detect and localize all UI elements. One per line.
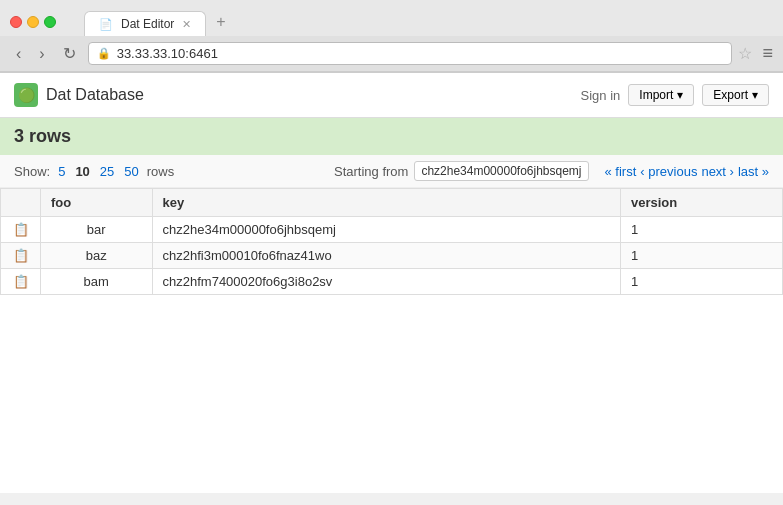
foo-cell-3: bam (41, 269, 153, 295)
col-header-version: version (620, 189, 782, 217)
key-cell-1[interactable]: chz2he34m00000fo6jhbsqemj (152, 217, 620, 243)
tab-close-button[interactable]: ✕ (182, 18, 191, 31)
back-button[interactable]: ‹ (10, 43, 27, 65)
row-banner: 3 rows (0, 118, 783, 155)
table-row: 📋 bam chz2hfm7400020fo6g3i8o2sv 1 (1, 269, 783, 295)
col-header-icon (1, 189, 41, 217)
document-icon: 📋 (13, 222, 29, 237)
export-label: Export (713, 88, 748, 102)
version-cell-3: 1 (620, 269, 782, 295)
table-row: 📋 baz chz2hfi3m00010fo6fnaz41wo 1 (1, 243, 783, 269)
header-actions: Sign in Import ▾ Export ▾ (581, 84, 769, 106)
show-label: Show: (14, 164, 50, 179)
lock-icon: 🔒 (97, 47, 111, 60)
row-count-label: 3 rows (14, 126, 71, 146)
pagination-controls: « first ‹ previous next › last » (605, 164, 769, 179)
col-header-foo: foo (41, 189, 153, 217)
rows-50-option[interactable]: 50 (122, 164, 140, 179)
import-chevron-icon: ▾ (677, 88, 683, 102)
app-title: Dat Database (46, 86, 144, 104)
tab-favicon: 📄 (99, 18, 113, 31)
data-table: foo key version 📋 bar chz2he34m00000fo6j… (0, 188, 783, 295)
version-cell-1: 1 (620, 217, 782, 243)
sign-in-link[interactable]: Sign in (581, 88, 621, 103)
tab-bar: 📄 Dat Editor ✕ + (84, 8, 236, 36)
starting-key-value: chz2he34m00000fo6jhbsqemj (414, 161, 588, 181)
refresh-button[interactable]: ↻ (57, 42, 82, 65)
import-label: Import (639, 88, 673, 102)
controls-bar: Show: 5 10 25 50 rows Starting from chz2… (0, 155, 783, 188)
key-cell-3[interactable]: chz2hfm7400020fo6g3i8o2sv (152, 269, 620, 295)
last-page-link[interactable]: last » (738, 164, 769, 179)
rows-label: rows (147, 164, 174, 179)
first-page-link[interactable]: « first (605, 164, 637, 179)
rows-5-option[interactable]: 5 (56, 164, 67, 179)
forward-button[interactable]: › (33, 43, 50, 65)
version-cell-2: 1 (620, 243, 782, 269)
new-tab-button[interactable]: + (206, 8, 235, 36)
row-icon-cell: 📋 (1, 217, 41, 243)
browser-chrome: 📄 Dat Editor ✕ + ‹ › ↻ 🔒 33.33.33.10:646… (0, 0, 783, 73)
document-icon: 📋 (13, 274, 29, 289)
rows-25-option[interactable]: 25 (98, 164, 116, 179)
row-icon-cell: 📋 (1, 243, 41, 269)
document-icon: 📋 (13, 248, 29, 263)
app-logo: 🟢 Dat Database (14, 83, 144, 107)
foo-cell-2: baz (41, 243, 153, 269)
rows-10-option[interactable]: 10 (73, 164, 91, 179)
address-bar[interactable]: 🔒 33.33.33.10:6461 (88, 42, 733, 65)
key-cell-2[interactable]: chz2hfi3m00010fo6fnaz41wo (152, 243, 620, 269)
logo-icon: 🟢 (14, 83, 38, 107)
table-body: 📋 bar chz2he34m00000fo6jhbsqemj 1 📋 baz … (1, 217, 783, 295)
header-row: foo key version (1, 189, 783, 217)
address-text: 33.33.33.10:6461 (117, 46, 724, 61)
starting-from-label: Starting from (334, 164, 408, 179)
table-row: 📋 bar chz2he34m00000fo6jhbsqemj 1 (1, 217, 783, 243)
bookmark-button[interactable]: ☆ (738, 44, 752, 63)
foo-cell-1: bar (41, 217, 153, 243)
export-button[interactable]: Export ▾ (702, 84, 769, 106)
tab-title: Dat Editor (121, 17, 174, 31)
browser-tab[interactable]: 📄 Dat Editor ✕ (84, 11, 206, 36)
close-button[interactable] (10, 16, 22, 28)
row-icon-cell: 📋 (1, 269, 41, 295)
title-bar: 📄 Dat Editor ✕ + (0, 0, 783, 36)
previous-page-link[interactable]: ‹ previous (640, 164, 697, 179)
next-page-link[interactable]: next › (701, 164, 734, 179)
traffic-lights (10, 16, 56, 28)
maximize-button[interactable] (44, 16, 56, 28)
nav-bar: ‹ › ↻ 🔒 33.33.33.10:6461 ☆ ≡ (0, 36, 783, 72)
export-chevron-icon: ▾ (752, 88, 758, 102)
app-header: 🟢 Dat Database Sign in Import ▾ Export ▾ (0, 73, 783, 118)
col-header-key: key (152, 189, 620, 217)
page-content: 🟢 Dat Database Sign in Import ▾ Export ▾… (0, 73, 783, 493)
minimize-button[interactable] (27, 16, 39, 28)
menu-button[interactable]: ≡ (762, 43, 773, 64)
table-header: foo key version (1, 189, 783, 217)
import-button[interactable]: Import ▾ (628, 84, 694, 106)
